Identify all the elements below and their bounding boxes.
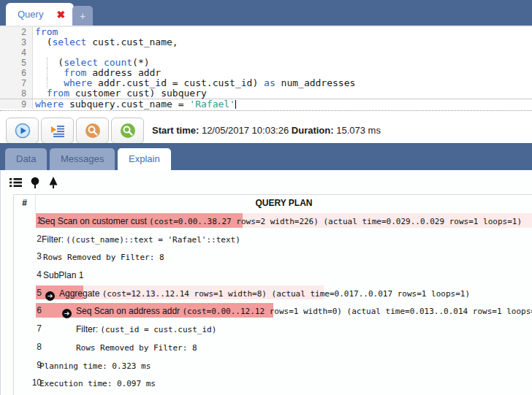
plan-node-arrow-icon: ➔ [62,309,72,318]
plan-table-header: # QUERY PLAN [14,194,532,212]
plan-row: 10Execution time: 0.097 ms [14,374,532,392]
tab-messages[interactable]: Messages [50,148,115,170]
indent-guide [47,68,48,78]
plan-node-label: Filter: [42,234,66,245]
code-line[interactable]: 7 where addr.cust_id = cust.cust_id) as … [0,78,532,88]
code-line[interactable]: 5 (select count(*) [0,58,532,68]
plan-row-text: Rows Removed by Filter: 8 [36,248,532,267]
play-circle-icon [15,123,31,139]
plan-row-text: Filter: ((cust_name)::text = 'Rafael'::t… [36,230,532,250]
new-tab-button[interactable]: + [72,6,93,26]
explain-view-toolbar [10,177,58,188]
plan-row: 5➔Aggregate (cost=12.13..12.14 rows=1 wi… [14,284,532,302]
code-line[interactable]: 8 from customer cust) subquery [0,88,532,99]
window-tab-bar: Query ✖ + [0,0,532,26]
query-status-text: Start time: 12/05/2017 10:03:26 Duration… [152,125,381,136]
tab-data[interactable]: Data [5,148,47,170]
plan-node-detail: Planning time: 0.323 ms [39,361,151,371]
duration-label: Duration: [292,125,334,136]
magnifier-green-icon [120,123,136,139]
line-number: 5 [0,58,32,68]
plan-row: 1Seq Scan on customer cust (cost=0.00..3… [14,212,532,230]
code-line[interactable]: 4 [0,47,532,58]
plan-row: 6➔Seq Scan on address addr (cost=0.00..1… [14,302,532,320]
plan-row: 8Rows Removed by Filter: 8 [14,338,532,356]
code-text: from [32,27,58,37]
code-text: from address addr [32,68,161,78]
plan-row: 4SubPlan 1 [14,266,532,284]
plan-row-text: Planning time: 0.323 ms [36,356,532,376]
start-time-value: 12/05/2017 10:03:26 [199,125,292,136]
magnifier-orange-icon [85,123,101,139]
line-number: 6 [0,68,32,78]
start-time-label: Start time: [152,125,199,136]
plan-node-detail: (cost=0.00..38.27 rows=2 width=226) (act… [149,217,522,226]
tab-query[interactable]: Query ✖ [6,3,74,26]
plan-node-label: SubPlan 1 [43,270,83,280]
explain-panel: # QUERY PLAN 1Seq Scan on customer cust … [0,170,532,395]
plan-node-label: Filter: [76,324,100,334]
plan-node-detail: (cost=12.13..12.14 rows=1 width=8) (actu… [102,289,470,299]
plan-row-text: ➔Seq Scan on address addr (cost=0.00..12… [36,302,532,321]
duration-value: 15.073 ms [334,125,381,136]
column-header-row-number: # [14,195,36,212]
code-line[interactable]: 6 from address addr [0,68,532,78]
code-line[interactable]: 2from [0,27,532,37]
code-text: (select cust.cust_name, [32,37,178,47]
pine-tree-icon[interactable] [48,177,58,188]
plan-row-text: Filter: (cust_id = cust.cust_id) [36,320,532,340]
text-cursor [235,100,236,109]
plan-row: 2Filter: ((cust_name)::text = 'Rafael'::… [14,230,532,248]
line-number: 7 [0,78,32,88]
plan-node-detail: ((cust_name)::text = 'Rafael'::text) [66,235,240,245]
tree-icon[interactable] [30,177,40,188]
plan-node-label: Seq Scan on address addr [76,306,182,316]
plan-node-detail: (cust_id = cust.cust_id) [100,325,216,334]
query-plan-table: # QUERY PLAN 1Seq Scan on customer cust … [13,194,532,395]
plan-row-text: Seq Scan on customer cust (cost=0.00..38… [36,212,532,231]
code-text: where addr.cust_id = cust.cust_id) as nu… [32,78,355,88]
execute-button[interactable] [6,118,39,144]
plan-node-label: Aggregate [59,288,102,299]
explain-analyze-button[interactable] [111,118,144,144]
code-text: (select count(*) [32,58,150,68]
explain-button[interactable] [76,118,109,144]
indent-guide [47,78,48,88]
plan-row-text: SubPlan 1 [36,266,532,285]
close-tab-icon[interactable]: ✖ [56,9,65,20]
line-number: 9 [0,99,32,110]
code-text: from customer cust) subquery [32,88,207,99]
line-number: 4 [0,47,32,58]
results-tab-bar: DataMessagesExplain [0,144,532,170]
plan-node-detail: (cost=0.00..12.12 rows=1 width=0) (actua… [182,307,532,316]
plan-row-text: Rows Removed by Filter: 8 [36,338,532,358]
plan-row-text: ➔Aggregate (cost=12.13..12.14 rows=1 wid… [36,284,532,304]
indent-guide [47,58,48,68]
plan-node-detail: Execution time: 0.097 ms [39,379,156,388]
plan-row: 7Filter: (cust_id = cust.cust_id) [14,320,532,338]
query-toolbar: Start time: 12/05/2017 10:03:26 Duration… [0,111,532,143]
plan-row-text: Execution time: 0.097 ms [36,374,532,394]
code-line[interactable]: 3 (select cust.cust_name, [0,37,532,47]
plan-node-arrow-icon: ➔ [45,291,55,301]
sql-editor[interactable]: 2from3 (select cust.cust_name,45 (select… [0,27,532,109]
plan-node-detail: Rows Removed by Filter: 8 [43,253,164,262]
tab-explain[interactable]: Explain [118,148,171,170]
code-line[interactable]: 9where subquery.cust_name = 'Rafael' [0,99,532,110]
tab-query-label: Query [18,9,43,20]
line-number: 8 [0,88,32,99]
script-lines-icon [50,124,65,137]
plan-row: 3Rows Removed by Filter: 8 [14,248,532,266]
line-number: 3 [0,37,32,47]
column-header-query-plan: QUERY PLAN [36,195,532,212]
execute-script-button[interactable] [41,118,74,144]
list-view-icon[interactable] [10,177,22,188]
plan-node-label: Seq Scan on customer cust [39,216,149,226]
plan-row: 9Planning time: 0.323 ms [14,356,532,375]
plan-node-detail: Rows Removed by Filter: 8 [76,343,197,353]
line-number: 2 [0,27,32,37]
results-panel: DataMessagesExplain [0,143,532,395]
code-text: where subquery.cust_name = 'Rafael' [32,99,236,110]
